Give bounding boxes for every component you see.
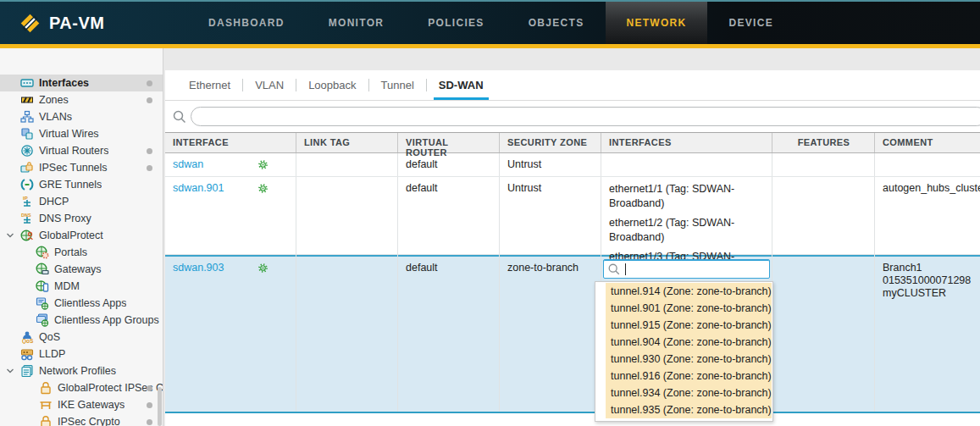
dropdown-option[interactable]: tunnel.915 (Zone: zone-to-branch) — [606, 317, 772, 334]
sidebar-dot — [147, 419, 152, 425]
dropdown-option[interactable]: tunnel.904 (Zone: zone-to-branch) — [606, 334, 772, 351]
nav-network[interactable]: NETWORK — [606, 2, 706, 44]
column-header-link-tag[interactable]: LINK TAG — [296, 133, 398, 152]
sidebar-item-gateways[interactable]: Gateways — [0, 261, 163, 278]
security-zone-cell: zone-to-branch — [500, 257, 601, 412]
clientless-app-groups-icon — [36, 313, 49, 327]
sidebar-dot — [147, 148, 152, 154]
tab-ethernet[interactable]: Ethernet — [184, 79, 235, 100]
sidebar-scrollbar-thumb[interactable] — [158, 387, 162, 426]
sidebar-item-gre-tunnels[interactable]: GRE Tunnels — [0, 176, 163, 193]
lock-icon — [39, 381, 53, 395]
tab-loopback[interactable]: Loopback — [303, 79, 361, 100]
nav-policies[interactable]: POLICIES — [406, 2, 506, 44]
sidebar-item-label: IPSec Tunnels — [39, 162, 108, 174]
sidebar-item-clientless-app-groups[interactable]: Clientless App Groups — [0, 312, 163, 329]
lldp-icon — [20, 347, 34, 361]
sidebar-item-label: VLANs — [39, 111, 72, 123]
comment-cell: Branch1 015351000071298 myCLUSTER — [875, 257, 980, 412]
network-profiles-icon — [20, 364, 34, 378]
sidebar-item-globalprotect-ipsec-crypto[interactable]: GlobalProtect IPSec Crypto — [0, 379, 163, 396]
tab-tunnel[interactable]: Tunnel — [376, 79, 419, 100]
top-navigation-bar: PA-VM DASHBOARD MONITOR POLICIES OBJECTS… — [0, 0, 980, 44]
sidebar-item-clientless-apps[interactable]: Clientless Apps — [0, 295, 163, 312]
sidebar-item-vlans[interactable]: VLANs — [0, 108, 163, 125]
sidebar-item-portals[interactable]: Portals — [0, 244, 163, 261]
dns-proxy-icon: DNS — [20, 212, 34, 225]
gre-tunnels-icon — [20, 178, 34, 191]
interfaces-icon — [20, 76, 34, 90]
sdwan-interfaces-table: INTERFACE LINK TAG VIRTUAL ROUTER SECURI… — [165, 132, 980, 413]
sidebar-item-ipsec-crypto[interactable]: IPSec Crypto — [0, 413, 163, 426]
sidebar-item-dns-proxy[interactable]: DNS DNS Proxy — [0, 210, 163, 227]
ipsec-tunnels-icon — [20, 161, 34, 174]
dropdown-option[interactable]: tunnel.916 (Zone: zone-to-branch) — [606, 368, 772, 385]
interfaces-dropdown: tunnel.914 (Zone: zone-to-branch) tunnel… — [595, 281, 773, 422]
interface-entry: ethernet1/1 (Tag: SDWAN-Broadband) — [609, 182, 765, 211]
sidebar-item-label: Clientless App Groups — [54, 314, 159, 326]
mdm-icon — [36, 279, 49, 293]
sidebar-item-label: Interfaces — [39, 77, 89, 89]
tab-separator — [426, 79, 427, 91]
sidebar-item-dhcp[interactable]: IP DHCP — [0, 193, 163, 210]
interface-link[interactable]: sdwan — [173, 158, 203, 170]
dropdown-option[interactable]: tunnel.930 (Zone: zone-to-branch) — [606, 351, 772, 368]
sidebar-item-zones[interactable]: Zones — [0, 91, 163, 108]
sidebar-item-interfaces[interactable]: Interfaces — [0, 75, 163, 91]
main-nav: DASHBOARD MONITOR POLICIES OBJECTS NETWO… — [186, 2, 795, 44]
tab-sd-wan[interactable]: SD-WAN — [434, 79, 489, 100]
sidebar-item-virtual-wires[interactable]: Virtual Wires — [0, 125, 163, 142]
sidebar-item-mdm[interactable]: MDM — [0, 278, 163, 295]
sidebar-item-label: IKE Gateways — [58, 399, 125, 411]
dropdown-option[interactable]: tunnel.901 (Zone: zone-to-branch) — [606, 300, 772, 317]
tab-vlan[interactable]: VLAN — [250, 79, 289, 100]
interface-entry: ethernet1/2 (Tag: SDWAN-Broadband) — [609, 216, 765, 245]
dropdown-option[interactable]: tunnel.935 (Zone: zone-to-branch) — [606, 401, 772, 418]
sidebar-item-label: QoS — [39, 331, 60, 343]
vlans-icon — [20, 110, 34, 124]
gear-icon[interactable] — [257, 159, 269, 170]
comment-line: myCLUSTER — [883, 287, 973, 300]
column-header-security-zone[interactable]: SECURITY ZONE — [500, 133, 601, 152]
interface-link[interactable]: sdwan.903 — [173, 262, 224, 274]
chevron-down-icon[interactable] — [5, 230, 15, 241]
nav-device[interactable]: DEVICE — [707, 2, 795, 44]
sidebar-item-label: DHCP — [39, 196, 69, 207]
sidebar-item-network-profiles[interactable]: Network Profiles — [0, 362, 163, 379]
column-header-comment[interactable]: COMMENT — [875, 133, 980, 152]
column-header-features[interactable]: FEATURES — [772, 133, 875, 152]
sidebar-item-lldp[interactable]: LLDP — [0, 346, 163, 362]
text-caret — [625, 263, 626, 275]
virtual-routers-icon — [20, 144, 34, 158]
tab-separator — [242, 79, 243, 91]
ike-gateways-icon — [39, 398, 53, 412]
features-cell — [772, 257, 875, 412]
dropdown-option[interactable]: tunnel.934 (Zone: zone-to-branch) — [606, 385, 772, 401]
dropdown-option[interactable]: tunnel.914 (Zone: zone-to-branch) — [606, 283, 772, 300]
sidebar-item-label: IPSec Crypto — [58, 416, 120, 426]
nav-dashboard[interactable]: DASHBOARD — [186, 2, 307, 44]
sidebar-item-qos[interactable]: QoS QoS — [0, 329, 163, 346]
table-search-input[interactable] — [191, 107, 980, 126]
sidebar-item-label: LLDP — [39, 348, 65, 360]
portals-icon — [36, 246, 49, 259]
table-row: sdwan.901 default Untrust ethernet1/1 (T… — [165, 177, 980, 255]
sidebar-item-ike-gateways[interactable]: IKE Gateways — [0, 396, 163, 413]
column-header-interface[interactable]: INTERFACE — [165, 133, 296, 152]
subtab-bar: Ethernet VLAN Loopback Tunnel SD-WAN — [165, 70, 980, 101]
column-header-virtual-router[interactable]: VIRTUAL ROUTER — [398, 133, 500, 152]
sidebar-item-virtual-routers[interactable]: Virtual Routers — [0, 142, 163, 159]
interface-link[interactable]: sdwan.901 — [173, 182, 224, 194]
nav-monitor[interactable]: MONITOR — [307, 2, 407, 44]
features-cell — [772, 153, 875, 176]
gear-icon[interactable] — [257, 183, 269, 194]
column-header-interfaces[interactable]: INTERFACES — [601, 133, 772, 152]
interfaces-combobox-input[interactable] — [603, 259, 770, 279]
sidebar-item-ipsec-tunnels[interactable]: IPSec Tunnels — [0, 159, 163, 176]
sidebar-item-label: Gateways — [54, 263, 102, 275]
lock-icon — [39, 415, 53, 426]
chevron-down-icon[interactable] — [5, 366, 15, 376]
sidebar-item-globalprotect[interactable]: GlobalProtect — [0, 227, 163, 244]
nav-objects[interactable]: OBJECTS — [507, 2, 606, 44]
gear-icon[interactable] — [257, 263, 269, 274]
